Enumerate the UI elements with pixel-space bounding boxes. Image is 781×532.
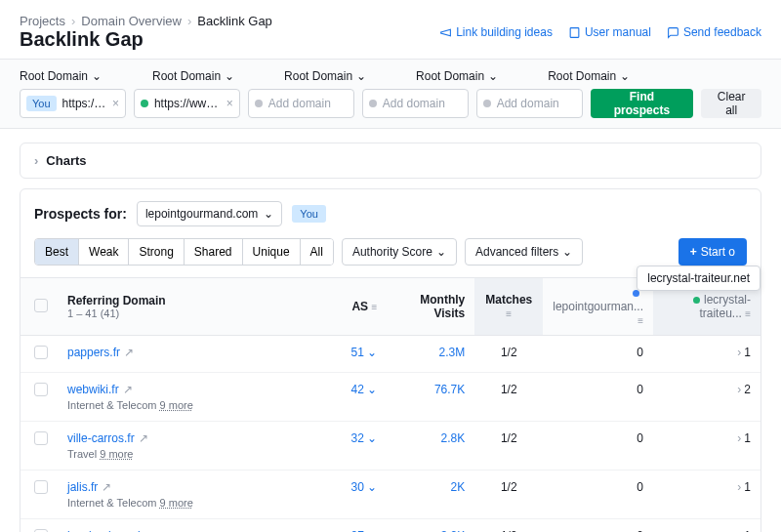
link-building-ideas[interactable]: Link building ideas (439, 25, 553, 39)
root-domain-select-4[interactable]: Root Domain⌄ (416, 69, 498, 83)
root-domain-select-3[interactable]: Root Domain⌄ (284, 69, 366, 83)
start-outreach-button[interactable]: +Start o (678, 238, 747, 266)
domain1-value: 0 (543, 519, 653, 533)
sort-icon: ≡ (506, 308, 512, 319)
table-row: pappers.fr↗ 51 ⌄ 2.3M 1/2 0 ›1 (21, 336, 760, 373)
row-checkbox[interactable] (34, 480, 48, 494)
send-feedback[interactable]: Send feedback (667, 25, 761, 39)
domain-tooltip: lecrystal-traiteur.net (637, 266, 760, 291)
advanced-filters[interactable]: Advanced filters⌄ (465, 238, 583, 266)
domain2-value[interactable]: ›1 (653, 471, 760, 519)
clear-all-button[interactable]: Clear all (701, 89, 761, 118)
matches-value: 1/2 (474, 336, 543, 373)
chevron-right-icon: › (34, 153, 38, 168)
domain-input-add-4[interactable]: Add domain (362, 89, 469, 118)
domain-input-add-3[interactable]: Add domain (248, 89, 354, 118)
domain1-value: 0 (543, 422, 653, 471)
find-prospects-button[interactable]: Find prospects (591, 89, 694, 118)
you-badge: You (292, 205, 326, 223)
sort-icon: ≡ (745, 308, 751, 319)
as-value[interactable]: 32 ⌄ (351, 431, 378, 445)
col-as[interactable]: AS ≡ (328, 278, 387, 336)
table-row: jalis.fr↗Internet & Telecom 9 more 30 ⌄ … (21, 471, 760, 519)
external-link-icon[interactable]: ↗ (124, 346, 134, 359)
breadcrumb: Projects› Domain Overview› Backlink Gap (20, 14, 272, 28)
tab-unique[interactable]: Unique (243, 239, 301, 265)
close-icon[interactable]: × (226, 97, 233, 110)
row-checkbox[interactable] (34, 431, 48, 445)
domain-link[interactable]: jalis.fr (67, 480, 98, 494)
monthly-visits[interactable]: 2.8K (396, 431, 465, 445)
page-title: Backlink Gap (20, 28, 272, 51)
select-all-checkbox[interactable] (34, 299, 48, 312)
dot-icon (141, 100, 148, 107)
matches-value: 1/2 (474, 422, 543, 471)
domain2-value[interactable]: ›2 (653, 373, 760, 422)
chevron-right-icon: › (737, 346, 741, 359)
table-row: lesalondumariage.com↗ 27 ⌄ 3.2K 1/2 0 ›1 (21, 519, 760, 533)
user-manual[interactable]: User manual (568, 25, 651, 39)
external-link-icon[interactable]: ↗ (139, 431, 148, 445)
domain-input-you[interactable]: Youhttps://lep...× (20, 89, 126, 118)
as-value[interactable]: 42 ⌄ (351, 383, 378, 396)
authority-score-filter[interactable]: Authority Score⌄ (342, 238, 457, 266)
table-row: webwiki.fr↗Internet & Telecom 9 more 42 … (21, 373, 760, 422)
monthly-visits[interactable]: 2.3M (396, 346, 465, 359)
tab-strong[interactable]: Strong (129, 239, 184, 265)
crumb-current: Backlink Gap (197, 14, 272, 28)
monthly-visits[interactable]: 2K (396, 480, 465, 494)
table-row: ville-carros.fr↗Travel 9 more 32 ⌄ 2.8K … (21, 422, 760, 471)
domain2-value[interactable]: ›1 (653, 519, 760, 533)
monthly-visits[interactable]: 76.7K (396, 383, 465, 396)
chat-icon (667, 26, 679, 39)
chevron-right-icon: › (737, 480, 741, 494)
matches-value: 1/2 (474, 373, 543, 422)
prospects-domain-select[interactable]: lepointgourmand.com⌄ (137, 201, 282, 226)
domain2-value[interactable]: ›1 (653, 422, 760, 471)
as-value[interactable]: 30 ⌄ (351, 480, 378, 494)
tab-best[interactable]: Best (35, 239, 79, 265)
tab-shared[interactable]: Shared (185, 239, 243, 265)
row-checkbox[interactable] (34, 383, 48, 396)
domain-link[interactable]: ville-carros.fr (67, 431, 135, 445)
domain-input-add-5[interactable]: Add domain (476, 89, 583, 118)
domain1-value: 0 (543, 471, 653, 519)
root-domain-select-2[interactable]: Root Domain⌄ (152, 69, 234, 83)
domain1-value: 0 (543, 373, 653, 422)
tab-weak[interactable]: Weak (79, 239, 129, 265)
chevron-right-icon: › (737, 383, 741, 396)
crumb-projects[interactable]: Projects (20, 14, 65, 28)
book-icon (568, 26, 581, 39)
chevron-right-icon: › (737, 431, 741, 445)
col-monthly-visits[interactable]: Monthly Visits (387, 278, 474, 336)
root-domain-select-1[interactable]: Root Domain⌄ (20, 69, 102, 83)
tab-all[interactable]: All (301, 239, 333, 265)
matches-value: 1/2 (474, 519, 543, 533)
col-referring-domain[interactable]: Referring Domain1 – 41 (41) (58, 278, 328, 336)
filter-tabs: Best Weak Strong Shared Unique All (34, 238, 334, 266)
domain-link[interactable]: pappers.fr (67, 346, 120, 359)
external-link-icon[interactable]: ↗ (102, 480, 111, 494)
domain1-value: 0 (543, 336, 653, 373)
dot-icon (255, 100, 263, 107)
crumb-overview[interactable]: Domain Overview (81, 14, 182, 28)
svg-rect-0 (570, 27, 579, 37)
megaphone-icon (439, 26, 452, 39)
as-value[interactable]: 51 ⌄ (351, 346, 378, 359)
charts-toggle[interactable]: ›Charts (20, 143, 761, 179)
domain-link[interactable]: webwiki.fr (67, 383, 119, 396)
external-link-icon[interactable]: ↗ (123, 383, 133, 396)
prospects-label: Prospects for: (34, 206, 127, 222)
root-domain-select-5[interactable]: Root Domain⌄ (548, 69, 630, 83)
domain-input-comp1[interactable]: https://www.l...× (134, 89, 240, 118)
sort-icon: ≡ (371, 302, 377, 312)
row-checkbox[interactable] (34, 346, 48, 359)
prospects-table: Referring Domain1 – 41 (41) AS ≡ Monthly… (21, 277, 760, 532)
dot-icon (483, 100, 491, 107)
col-matches[interactable]: Matches ≡ (474, 278, 543, 336)
close-icon[interactable]: × (112, 97, 119, 110)
sort-icon: ≡ (637, 315, 643, 326)
domain2-value[interactable]: ›1 (653, 336, 760, 373)
dot-icon (369, 100, 377, 107)
matches-value: 1/2 (474, 471, 543, 519)
